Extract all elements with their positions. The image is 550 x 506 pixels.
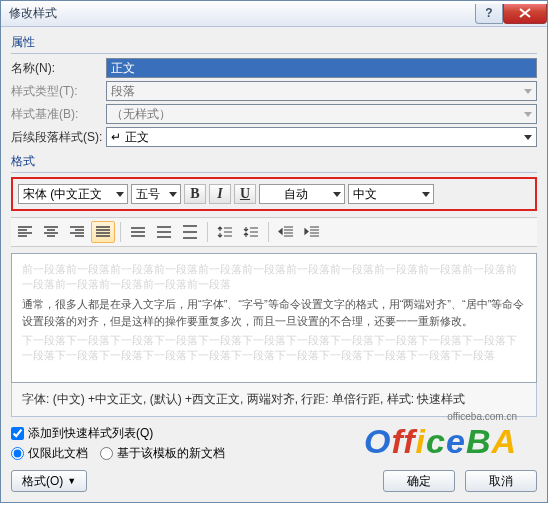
italic-button[interactable]: I [209, 184, 231, 204]
indent-dec-button[interactable] [274, 221, 298, 243]
style-type-dropdown: 段落 [106, 81, 537, 101]
return-icon: ↵ [111, 130, 121, 144]
logo-text: OfficeBA [364, 422, 517, 461]
chevron-down-icon: ▼ [67, 476, 76, 486]
style-base-dropdown: （无样式） [106, 104, 537, 124]
para-space-dec-icon [243, 225, 259, 239]
template-label: 基于该模板的新文档 [117, 445, 225, 462]
logo-url: officeba.com.cn [364, 411, 517, 422]
style-base-label: 样式基准(B): [11, 106, 106, 123]
spacing-2-icon [182, 225, 198, 239]
space-before-dec-button[interactable] [239, 221, 263, 243]
titlebar: 修改样式 ? [1, 1, 547, 27]
format-button-label: 格式(O) [22, 473, 63, 490]
lang-combo[interactable]: 中文 [348, 184, 434, 204]
ok-button[interactable]: 确定 [383, 470, 455, 492]
line-spacing-2-button[interactable] [178, 221, 202, 243]
size-combo[interactable]: 五号 [131, 184, 181, 204]
bold-button[interactable]: B [184, 184, 206, 204]
cancel-button[interactable]: 取消 [465, 470, 537, 492]
indent-inc-button[interactable] [300, 221, 324, 243]
modify-style-dialog: 修改样式 ? 属性 名称(N): 正文 样式类型(T): 段落 样式基准(B):… [0, 0, 548, 503]
font-color-combo[interactable]: 自动 [259, 184, 345, 204]
preview-paragraph: 通常，很多人都是在录入文字后，用“字体”、“字号”等命令设置文字的格式，用“两端… [22, 296, 526, 330]
close-button[interactable] [503, 4, 547, 24]
name-label: 名称(N): [11, 60, 106, 77]
line-spacing-1-button[interactable] [126, 221, 150, 243]
template-radio[interactable] [100, 447, 113, 460]
this-doc-label: 仅限此文档 [28, 445, 88, 462]
align-right-icon [69, 225, 85, 239]
preview-pane: 前一段落前一段落前一段落前一段落前一段落前一段落前一段落前一段落前一段落前一段落… [11, 253, 537, 383]
section-properties: 属性 [11, 31, 537, 53]
spacing-1-icon [130, 225, 146, 239]
add-quick-style-checkbox[interactable] [11, 427, 24, 440]
name-input[interactable]: 正文 [106, 58, 537, 78]
underline-button[interactable]: U [234, 184, 256, 204]
font-combo[interactable]: 宋体 (中文正文 [18, 184, 128, 204]
format-menu-button[interactable]: 格式(O) ▼ [11, 470, 87, 492]
indent-inc-icon [304, 225, 320, 239]
align-center-icon [43, 225, 59, 239]
align-justify-icon [95, 225, 111, 239]
space-before-inc-button[interactable] [213, 221, 237, 243]
preview-ghost-before: 前一段落前一段落前一段落前一段落前一段落前一段落前一段落前一段落前一段落前一段落… [22, 262, 526, 293]
style-type-label: 样式类型(T): [11, 83, 106, 100]
align-left-button[interactable] [13, 221, 37, 243]
dialog-title: 修改样式 [9, 5, 475, 22]
spacing-15-icon [156, 225, 172, 239]
align-justify-button[interactable] [91, 221, 115, 243]
close-icon [519, 8, 531, 18]
preview-ghost-after: 下一段落下一段落下一段落下一段落下一段落下一段落下一段落下一段落下一段落下一段落… [22, 333, 526, 364]
this-doc-radio[interactable] [11, 447, 24, 460]
align-right-button[interactable] [65, 221, 89, 243]
indent-dec-icon [278, 225, 294, 239]
add-quick-style-label: 添加到快速样式列表(Q) [28, 425, 153, 442]
paragraph-toolbar [11, 217, 537, 247]
follow-style-label: 后续段落样式(S): [11, 129, 106, 146]
line-spacing-15-button[interactable] [152, 221, 176, 243]
highlighted-format-row: 宋体 (中文正文 五号 B I U 自动 中文 [11, 177, 537, 211]
follow-style-dropdown[interactable]: ↵ 正文 [106, 127, 537, 147]
section-format: 格式 [11, 150, 537, 172]
officeba-logo: officeba.com.cn OfficeBA [364, 411, 517, 461]
align-left-icon [17, 225, 33, 239]
help-button[interactable]: ? [475, 4, 503, 24]
para-space-inc-icon [217, 225, 233, 239]
align-center-button[interactable] [39, 221, 63, 243]
follow-style-value: 正文 [125, 129, 149, 146]
